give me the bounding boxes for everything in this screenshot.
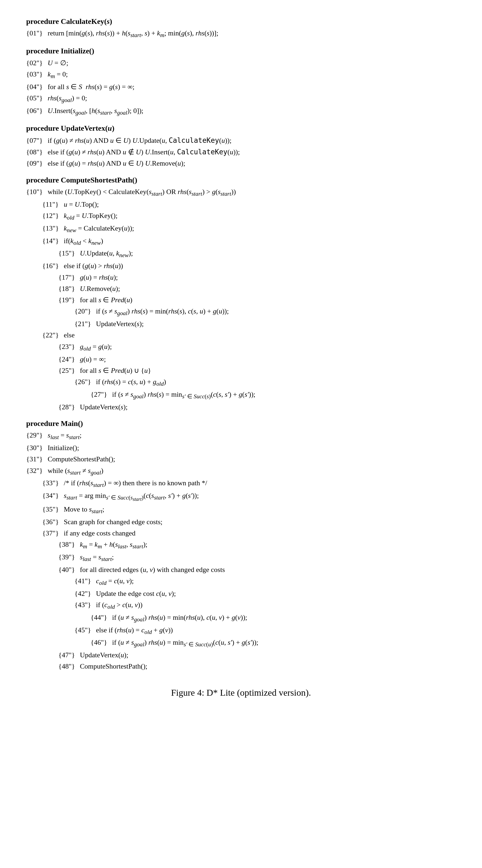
proc-main-header: procedure Main() (26, 417, 456, 429)
line-08: else if (g(u) ≠ rhs(u) AND u ∉ U) U.Inse… (48, 147, 240, 158)
line-num-24: {24"} (59, 354, 80, 365)
figure-caption: Figure 4: D* Lite (optimized version). (26, 686, 456, 700)
line-36: Scan graph for changed edge costs; (64, 517, 162, 527)
line-14: if(kold < knew) (64, 236, 103, 248)
proc-calculatekey-header: procedure CalculateKey(s) (26, 16, 456, 27)
line-45: else if (rhs(u) = cold + g(v)) (96, 625, 173, 637)
line-num-03: {03"} (26, 69, 48, 80)
line-num-32: {32"} (26, 465, 48, 476)
line-num-31: {31"} (26, 454, 48, 465)
line-num-02: {02"} (26, 58, 48, 68)
line-47: UpdateVertex(u); (80, 650, 129, 660)
line-num-35: {35"} (42, 504, 64, 515)
line-num-37: {37"} (42, 528, 64, 539)
line-07: if (g(u) ≠ rhs(u) AND u ∈ U) U.Update(u,… (48, 135, 232, 146)
line-num-38: {38"} (59, 539, 80, 550)
line-04: for all s ∈ S rhs(s) = g(s) = ∞; (48, 82, 134, 92)
line-num-06: {06"} (26, 105, 48, 116)
computeshortestpath-block: {10"} while (U.TopKey() < CalculateKey(s… (26, 186, 456, 413)
algorithm-container: procedure CalculateKey(s) {01"} return [… (26, 16, 456, 700)
line-num-20: {20"} (74, 306, 96, 317)
line-16: else if (g(u) > rhs(u)) (64, 260, 123, 271)
line-num-14: {14"} (42, 236, 64, 246)
line-10: while (U.TopKey() < CalculateKey(sstart)… (48, 187, 236, 198)
initialize-block: {02"} U = ∅; {03"} km = 0; {04"} for all… (26, 57, 456, 118)
line-num-34: {34"} (42, 490, 64, 501)
main-block: {29"} slast = sstart; {30"} Initialize()… (26, 430, 456, 672)
line-num-13: {13"} (42, 223, 64, 234)
line-num-25: {25"} (59, 365, 80, 376)
line-26: if (rhs(s) = c(s, u) + gold) (96, 377, 166, 389)
line-12: kold = U.TopKey(); (64, 210, 118, 222)
line-num-48: {48"} (59, 661, 80, 672)
line-46: if (u ≠ sgoal) rhs(u) = mins′ ∈ Succ(u)(… (112, 637, 259, 649)
line-43: if (cold > c(u, v)) (96, 599, 143, 612)
line-33: /* if (rhs(sstart) = ∞) then there is no… (64, 478, 207, 490)
line-48: ComputeShortestPath(); (80, 661, 147, 672)
line-35: Move to sstart; (64, 504, 104, 516)
proc-computeshortestpath-header: procedure ComputeShortestPath() (26, 174, 456, 186)
line-24: g(u) = ∞; (80, 354, 106, 365)
line-num-19: {19"} (59, 295, 80, 305)
line-42: Update the edge cost c(u, v); (96, 588, 176, 599)
line-01: return [min(g(s), rhs(s)) + h(sstart, s)… (48, 28, 218, 40)
line-28: UpdateVertex(s); (80, 402, 128, 412)
line-num-17: {17"} (59, 272, 80, 283)
line-num-23: {23"} (59, 341, 80, 352)
line-num-05: {05"} (26, 93, 48, 103)
proc-initialize-header: procedure Initialize() (26, 45, 456, 57)
line-num-12: {12"} (42, 210, 64, 221)
line-29: slast = sstart; (48, 430, 82, 442)
line-34: sstart = arg mins′ ∈ Succ(sstart)(c(ssta… (64, 490, 199, 503)
line-41: cold = c(u, v); (96, 576, 134, 588)
line-06: U.Insert(sgoal, [h(sstart, sgoal); 0]); (48, 105, 144, 118)
line-num-43: {43"} (74, 599, 96, 610)
line-44: if (u ≠ sgoal) rhs(u) = min(rhs(u), c(u,… (112, 612, 247, 624)
line-num-07: {07"} (26, 135, 48, 146)
line-num-30: {30"} (26, 442, 48, 453)
line-num-09: {09"} (26, 158, 48, 169)
line-25: for all s ∈ Pred(u) ∪ {u} (80, 365, 151, 376)
line-09: else if (g(u) = rhs(u) AND u ∈ U) U.Remo… (48, 158, 185, 169)
line-num-40: {40"} (59, 564, 80, 575)
line-num-42: {42"} (74, 588, 96, 599)
line-21: UpdateVertex(s); (96, 318, 144, 329)
line-02: U = ∅; (48, 58, 68, 68)
line-num-36: {36"} (42, 517, 64, 527)
line-38: km = km + h(slast, sstart); (80, 539, 148, 551)
line-num-33: {33"} (42, 478, 64, 489)
line-15: U.Update(u, knew); (80, 248, 133, 260)
line-num-01: {01"} (26, 28, 48, 39)
line-num-26: {26"} (74, 377, 96, 387)
line-03: km = 0; (48, 69, 68, 81)
line-31: ComputeShortestPath(); (48, 454, 115, 465)
calculatekey-block: {01"} return [min(g(s), rhs(s)) + h(ssta… (26, 28, 456, 40)
line-num-47: {47"} (59, 650, 80, 660)
line-num-04: {04"} (26, 82, 48, 92)
line-num-29: {29"} (26, 430, 48, 441)
line-num-11: {11"} (42, 199, 64, 210)
line-num-44: {44"} (91, 612, 112, 623)
proc-updatevertex-header: procedure UpdateVertex(u) (26, 122, 456, 134)
line-39: slast = sstart; (80, 552, 114, 564)
line-num-16: {16"} (42, 260, 64, 271)
line-num-45: {45"} (74, 625, 96, 636)
line-num-08: {08"} (26, 147, 48, 158)
line-num-22: {22"} (42, 330, 64, 341)
line-num-46: {46"} (91, 637, 112, 648)
line-17: g(u) = rhs(u); (80, 272, 118, 283)
line-num-21: {21"} (74, 318, 96, 329)
line-19: for all s ∈ Pred(u) (80, 295, 132, 305)
line-num-18: {18"} (59, 283, 80, 294)
line-num-10: {10"} (26, 187, 48, 197)
line-40: for all directed edges (u, v) with chang… (80, 564, 225, 575)
line-20: if (s ≠ sgoal) rhs(s) = min(rhs(s), c(s,… (96, 306, 229, 318)
line-num-15: {15"} (59, 248, 80, 259)
line-11: u = U.Top(); (64, 199, 99, 210)
line-32: while (sstart ≠ sgoal) (48, 465, 103, 477)
line-num-41: {41"} (74, 576, 96, 586)
line-37: if any edge costs changed (64, 528, 135, 539)
line-num-28: {28"} (59, 402, 80, 412)
line-23: gold = g(u); (80, 341, 112, 353)
line-27: if (s ≠ sgoal) rhs(s) = mins′ ∈ Succ(s)(… (112, 389, 255, 401)
